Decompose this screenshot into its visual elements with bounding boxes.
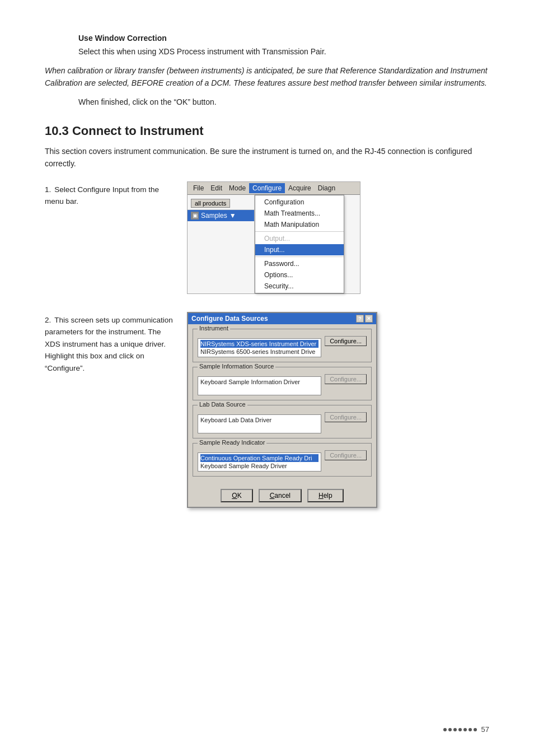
instrument-list[interactable]: NIRSystems XDS-series Instrument Driver …: [198, 338, 321, 357]
dialog-screenshot: Configure Data Sources ? ✕ Instrument: [187, 312, 489, 508]
connect-section: 10.3 Connect to Instrument This section …: [45, 124, 489, 508]
step-2-description: This screen sets up communication parame…: [45, 316, 173, 372]
dot-2: [448, 728, 452, 731]
step-1-number: 1.: [45, 185, 51, 194]
menu-mode[interactable]: Mode: [226, 183, 249, 193]
menu-item-configuration[interactable]: Configuration: [255, 197, 344, 208]
menu-sep-2: [255, 256, 344, 257]
menu-sep-1: [255, 231, 344, 232]
menu-item-math-manipulation[interactable]: Math Manipulation: [255, 219, 344, 230]
dialog-title-controls: ? ✕: [356, 315, 373, 323]
step-2-number: 2.: [45, 316, 51, 324]
lab-data-configure-btn: Configure...: [325, 412, 367, 422]
samples-row: ▣ Samples ▼: [188, 210, 254, 221]
page-number: 57: [481, 725, 489, 734]
sample-ready-configure-btn: Configure...: [325, 450, 367, 460]
step-1-description: Select Configure Input from the menu bar…: [45, 185, 159, 206]
dialog-help-btn[interactable]: ?: [356, 315, 364, 323]
menu-item-math-treatments[interactable]: Math Treatments...: [255, 208, 344, 219]
menu-file[interactable]: File: [190, 183, 207, 193]
dialog-footer: OK Cancel Help: [188, 486, 376, 507]
sample-ready-list[interactable]: Continuous Operation Sample Ready Dri Ke…: [198, 452, 321, 472]
page-footer: 57: [443, 725, 489, 734]
instrument-list-item-0[interactable]: NIRSystems XDS-series Instrument Driver: [200, 340, 318, 348]
dialog-help-footer-btn[interactable]: Help: [307, 489, 344, 502]
connect-intro: This section covers instrument communica…: [45, 145, 489, 170]
lab-data-list[interactable]: Keyboard Lab Data Driver: [198, 414, 321, 433]
sample-info-list[interactable]: Keyboard Sample Information Driver: [198, 376, 321, 395]
dot-3: [453, 728, 457, 731]
sample-info-list-item-0[interactable]: Keyboard Sample Information Driver: [200, 378, 318, 386]
menu-item-password[interactable]: Password...: [255, 258, 344, 269]
instrument-group-label: Instrument: [198, 325, 230, 332]
dialog-title-bar: Configure Data Sources ? ✕: [188, 313, 376, 324]
use-window-correction-para1: Select this when using XDS Process instr…: [78, 46, 489, 58]
menu-bar: File Edit Mode Configure Acquire Diagn: [188, 182, 360, 195]
dialog-body: Instrument NIRSystems XDS-series Instrum…: [188, 324, 376, 486]
menu-body: all products ▣ Samples ▼ Configuration: [188, 195, 360, 293]
connect-heading: 10.3 Connect to Instrument: [45, 124, 489, 138]
menu-item-security[interactable]: Security...: [255, 281, 344, 292]
dot-1: [443, 728, 447, 731]
instrument-list-item-1[interactable]: NIRSystems 6500-series Instrument Drive: [200, 348, 318, 356]
sample-info-group-label: Sample Information Source: [198, 363, 275, 370]
dot-7: [474, 728, 477, 731]
menu-left-panel: all products ▣ Samples ▼: [188, 195, 255, 293]
dialog-close-btn[interactable]: ✕: [365, 315, 373, 323]
sample-info-group: Sample Information Source Keyboard Sampl…: [193, 367, 372, 400]
dot-4: [458, 728, 462, 731]
instrument-group: Instrument NIRSystems XDS-series Instrum…: [193, 329, 372, 362]
instrument-group-row: NIRSystems XDS-series Instrument Driver …: [198, 336, 367, 357]
use-window-correction-section: Use Window Correction Select this when u…: [45, 34, 489, 108]
samples-label: Samples: [201, 212, 227, 220]
dot-6: [469, 728, 472, 731]
sample-ready-list-item-0[interactable]: Continuous Operation Sample Ready Dri: [200, 454, 318, 462]
page: Use Window Correction Select this when u…: [0, 0, 534, 559]
dot-5: [463, 728, 467, 731]
menu-edit[interactable]: Edit: [207, 183, 226, 193]
sample-ready-list-item-1[interactable]: Keyboard Sample Ready Driver: [200, 462, 318, 470]
dialog-ok-btn[interactable]: OK: [221, 489, 252, 502]
dialog-cancel-btn[interactable]: Cancel: [259, 489, 302, 502]
sample-info-configure-btn: Configure...: [325, 374, 367, 384]
sample-ready-group-row: Continuous Operation Sample Ready Dri Ke…: [198, 450, 367, 472]
sample-ready-group: Sample Ready Indicator Continuous Operat…: [193, 443, 372, 477]
use-window-correction-heading: Use Window Correction: [78, 34, 489, 43]
configure-data-sources-dialog: Configure Data Sources ? ✕ Instrument: [187, 312, 377, 508]
menu-item-output: Output...: [255, 233, 344, 244]
menu-screenshot: File Edit Mode Configure Acquire Diagn a…: [187, 181, 489, 294]
menu-acquire[interactable]: Acquire: [285, 183, 315, 193]
menu-right-panel: Configuration Math Treatments... Math Ma…: [255, 195, 344, 293]
menu-item-input[interactable]: Input...: [255, 244, 344, 255]
step-2-text: 2.This screen sets up communication para…: [45, 312, 174, 375]
toolbar-row: all products: [188, 197, 254, 210]
lab-data-group-row: Keyboard Lab Data Driver Configure...: [198, 412, 367, 433]
menu-configure[interactable]: Configure: [249, 183, 285, 193]
step-2-row: 2.This screen sets up communication para…: [45, 312, 489, 508]
sample-ready-group-label: Sample Ready Indicator: [198, 439, 266, 446]
menu-screenshot-box: File Edit Mode Configure Acquire Diagn a…: [187, 181, 360, 294]
configure-dropdown: Configuration Math Treatments... Math Ma…: [255, 195, 344, 293]
instrument-configure-btn[interactable]: Configure...: [325, 336, 367, 346]
sample-info-group-row: Keyboard Sample Information Driver Confi…: [198, 374, 367, 395]
page-dots: [443, 728, 477, 731]
lab-data-list-item-0[interactable]: Keyboard Lab Data Driver: [200, 416, 318, 424]
samples-icon: ▣: [191, 212, 199, 220]
menu-diagn[interactable]: Diagn: [315, 183, 339, 193]
lab-data-group-label: Lab Data Source: [198, 401, 247, 408]
dialog-title: Configure Data Sources: [191, 315, 268, 323]
samples-arrow: ▼: [229, 212, 236, 220]
use-window-correction-italic: When calibration or library transfer (be…: [45, 64, 489, 90]
all-products-btn[interactable]: all products: [191, 199, 230, 208]
use-window-correction-para2: When finished, click on the “OK” button.: [78, 96, 489, 108]
lab-data-group: Lab Data Source Keyboard Lab Data Driver…: [193, 405, 372, 438]
menu-item-options[interactable]: Options...: [255, 269, 344, 281]
step-1-row: 1.Select Configure Input from the menu b…: [45, 181, 489, 294]
step-1-text: 1.Select Configure Input from the menu b…: [45, 181, 174, 208]
